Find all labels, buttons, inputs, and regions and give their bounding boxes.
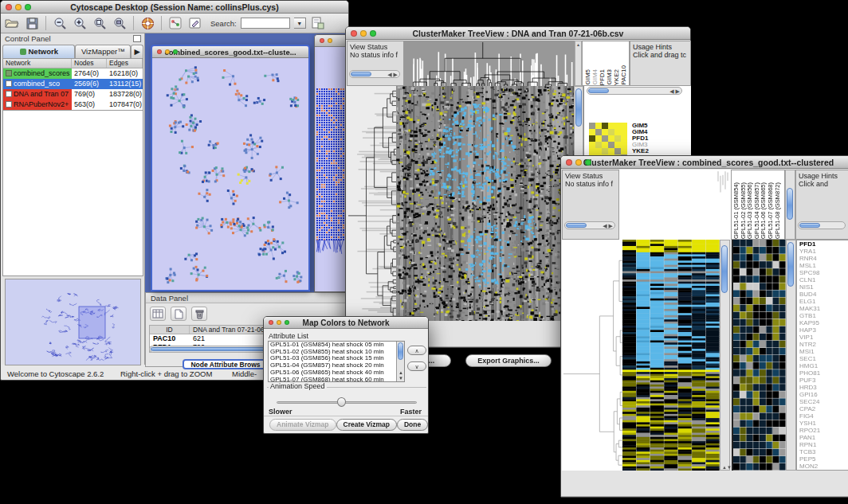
gene-label[interactable]: MON2	[799, 463, 848, 470]
tv2-titlebar[interactable]: ClusterMaker TreeView : combined_scores_…	[561, 156, 848, 169]
save-icon[interactable]	[24, 15, 40, 31]
attribute-list-item[interactable]: GPL51-07 (GSM868) heat shock 60 min	[269, 377, 404, 382]
dialog-titlebar[interactable]: Map Colors to Network	[264, 317, 428, 329]
gene-label[interactable]: MSI1	[799, 348, 848, 355]
tv2-zoom-vscrollbar[interactable]	[786, 240, 796, 471]
minimize-icon[interactable]	[277, 320, 281, 325]
network-table-row[interactable]: RNAPuberNov2+563(0)107847(0)	[3, 100, 143, 110]
tv1-scroll-strip[interactable]: ▴	[575, 41, 582, 86]
search-dropdown-icon[interactable]: ▼	[294, 18, 306, 29]
minimize-icon[interactable]	[15, 4, 22, 10]
gene-label[interactable]: HMG1	[799, 362, 848, 369]
network-table-header[interactable]: Network Nodes Edges	[3, 59, 143, 68]
float-panel-icon[interactable]	[133, 35, 141, 42]
tv2-column-labels[interactable]: GPL51-01 (GSM854)GPL51-02 (GSM855)GPL51-…	[731, 170, 785, 240]
tv1-zoom-hscrollbar[interactable]: ◀ ▶	[587, 87, 682, 95]
zoom-out-icon[interactable]	[52, 15, 68, 31]
zoom-in-icon[interactable]	[72, 15, 88, 31]
gene-label[interactable]: PUF3	[799, 377, 848, 384]
gene-label[interactable]: YSH1	[799, 420, 848, 427]
gene-label[interactable]: CLN1	[799, 276, 848, 283]
gene-label[interactable]: PEP5	[799, 455, 848, 463]
help-icon[interactable]	[139, 15, 155, 31]
gene-label[interactable]: GTB1	[799, 312, 848, 319]
attribute-list-scrollbar[interactable]: ▲▼	[396, 342, 404, 381]
gene-label[interactable]: HAP3	[799, 326, 848, 334]
tv2-gene-labels[interactable]: PFD1YRA1RNR4MSL1SPC98CLN1NIS1BUD4ELG1MAK…	[796, 240, 848, 471]
zoom-window-icon[interactable]	[173, 49, 178, 54]
tv1-titlebar[interactable]: ClusterMaker TreeView : DNA and Tran 07-…	[346, 27, 690, 40]
export-graphics-button[interactable]: Export Graphics...	[465, 354, 552, 367]
gene-label[interactable]: TCB3	[799, 448, 848, 455]
animation-speed-slider-track[interactable]	[277, 401, 417, 404]
import-table-icon[interactable]	[310, 15, 326, 31]
tv2-row-dendrogram[interactable]	[562, 240, 622, 471]
gene-label[interactable]: SPC98	[799, 269, 848, 276]
tv2-zoom-heatmap[interactable]	[732, 240, 786, 471]
close-icon[interactable]	[269, 320, 273, 325]
gene-label[interactable]: RNR4	[799, 255, 848, 262]
animate-vizmap-button[interactable]: Animate Vizmap	[269, 419, 336, 431]
tv1-row-dendrogram[interactable]	[347, 86, 396, 321]
network-view-window-dense[interactable]	[314, 34, 348, 292]
dense-network-canvas[interactable]	[315, 47, 347, 291]
network-view-window[interactable]: combined_scores_good.txt--cluste...	[151, 45, 310, 291]
gene-label[interactable]: NTR2	[799, 341, 848, 348]
network-table-row[interactable]: DNA and Tran 07769(0)183728(0)	[3, 89, 143, 100]
select-attributes-icon[interactable]	[150, 307, 166, 321]
gene-label[interactable]: CPA2	[799, 405, 848, 412]
create-vizmap-button[interactable]: Create Vizmap	[336, 419, 397, 431]
animation-speed-slider-thumb[interactable]	[337, 397, 346, 407]
zoom-selected-icon[interactable]	[92, 15, 108, 31]
gene-label[interactable]: VIP1	[799, 334, 848, 341]
tab-network[interactable]: Network	[2, 45, 75, 58]
tv2-status-hscrollbar[interactable]: ◀ ▶	[564, 221, 615, 229]
gene-label[interactable]: MAK31	[799, 305, 848, 312]
tab-vizmapper[interactable]: VizMapper™	[75, 45, 131, 58]
network-list-empty-area[interactable]	[2, 111, 143, 276]
dense-window-titlebar[interactable]	[315, 35, 347, 47]
annotation-icon[interactable]	[167, 15, 183, 31]
zoom-window-icon[interactable]	[25, 4, 31, 10]
close-icon[interactable]	[351, 30, 357, 37]
gene-label[interactable]: BUD4	[799, 291, 848, 298]
gene-label[interactable]: YRA1	[799, 248, 848, 255]
done-button[interactable]: Done	[397, 419, 428, 431]
open-file-icon[interactable]	[4, 15, 20, 31]
edit-network-icon[interactable]	[187, 15, 203, 31]
tv1-status-hscrollbar[interactable]: ◀ ▶	[349, 70, 400, 78]
move-down-button[interactable]: ∨	[407, 361, 426, 371]
close-icon[interactable]	[157, 49, 162, 54]
close-icon[interactable]	[320, 38, 324, 43]
gene-label[interactable]: PAN1	[799, 434, 848, 441]
move-up-button[interactable]: ∧	[407, 346, 426, 355]
main-titlebar[interactable]: Cytoscape Desktop (Session Name: collins…	[1, 1, 348, 14]
gene-label[interactable]: MSL1	[799, 262, 848, 269]
birdseye-overview-canvas[interactable]	[6, 279, 140, 365]
gene-label[interactable]: HRD3	[799, 384, 848, 391]
new-attribute-icon[interactable]	[171, 307, 186, 321]
minimize-icon[interactable]	[575, 159, 582, 166]
gene-label[interactable]: SEC1	[799, 355, 848, 362]
minimize-icon[interactable]	[360, 30, 367, 37]
gene-label[interactable]: NIS1	[799, 283, 848, 291]
network-table-row[interactable]: combined_sco2569(6)13112(15)	[3, 79, 143, 89]
zoom-window-icon[interactable]	[585, 159, 591, 166]
network-overview-panel[interactable]	[5, 279, 141, 365]
tv2-column-dendrogram[interactable]	[619, 170, 731, 240]
close-icon[interactable]	[566, 159, 572, 166]
zoom-window-icon[interactable]	[285, 320, 289, 325]
tv2-usage-hscrollbar[interactable]	[798, 221, 846, 229]
tab-overflow-arrow[interactable]: ▶	[131, 45, 143, 58]
gene-label[interactable]: PHO81	[799, 369, 848, 377]
gene-label[interactable]: PFD1	[799, 240, 848, 248]
gene-label[interactable]: RPN1	[799, 441, 848, 448]
tv2-labels-vscrollbar[interactable]	[785, 170, 795, 240]
minimize-icon[interactable]	[165, 49, 170, 54]
network-table-row[interactable]: combined_scores2764(0)16218(0)	[3, 68, 143, 79]
network-window-titlebar[interactable]: combined_scores_good.txt--cluste...	[152, 46, 308, 58]
network-canvas[interactable]	[152, 58, 308, 290]
tv1-column-dendrogram[interactable]	[404, 41, 575, 86]
zoom-window-icon[interactable]	[370, 30, 376, 37]
zoom-fit-icon[interactable]	[112, 15, 128, 31]
